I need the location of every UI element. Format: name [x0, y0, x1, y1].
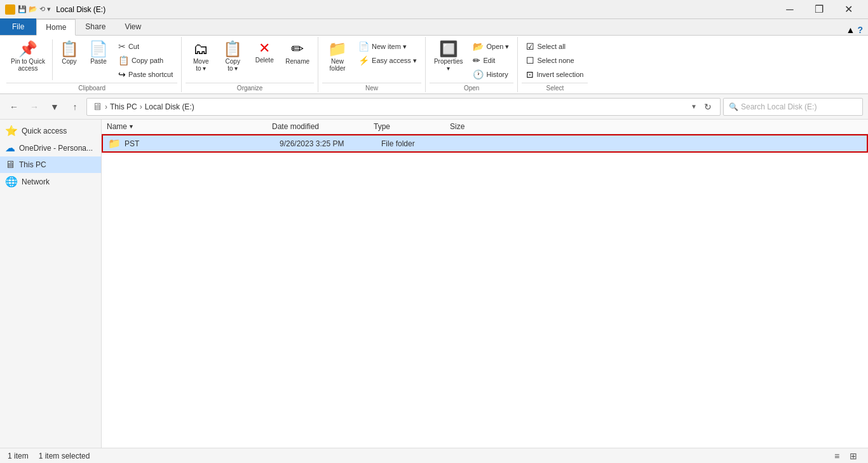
up-button[interactable]: ↑: [66, 98, 84, 116]
properties-label: Properties▾: [434, 58, 463, 72]
open-label: Open ▾: [486, 43, 509, 51]
column-date[interactable]: Date modified: [272, 122, 374, 131]
file-list-header: Name ▼ Date modified Type Size: [102, 120, 868, 134]
open-icon: 📂: [473, 41, 484, 52]
ribbon-group-open: 🔲 Properties▾ 📂 Open ▾ ✏ Edit 🕐 History …: [426, 37, 519, 92]
copy-to-button[interactable]: 📋 Copyto ▾: [217, 38, 248, 75]
select-all-label: Select all: [537, 43, 566, 50]
history-button[interactable]: 🕐 History: [468, 67, 513, 81]
copy-label: Copy: [62, 58, 76, 65]
pin-to-quick-access-button[interactable]: 📌 Pin to Quickaccess: [6, 38, 50, 75]
status-bar: 1 item 1 item selected ≡ ⊞: [0, 448, 868, 463]
search-placeholder: Search Local Disk (E:): [741, 102, 817, 111]
sidebar-item-onedrive[interactable]: ☁ OneDrive - Persona...: [0, 139, 101, 156]
ribbon-toolbar: 📌 Pin to Quickaccess 📋 Copy 📄 Paste ✂ Cu…: [0, 36, 868, 94]
sidebar-item-label-network: Network: [22, 177, 50, 186]
close-button[interactable]: ✕: [834, 0, 863, 19]
title-bar: 💾 📂 ⟲ ▾ Local Disk (E:) ─ ❐ ✕: [0, 0, 868, 19]
edit-button[interactable]: ✏ Edit: [468, 53, 513, 67]
paste-button[interactable]: 📄 Paste: [85, 38, 112, 68]
tab-file[interactable]: File: [0, 18, 36, 35]
recent-locations-button[interactable]: ▼: [46, 98, 64, 116]
sidebar: ⭐ Quick access ☁ OneDrive - Persona... 🖥…: [0, 120, 102, 448]
organize-label: Organize: [186, 83, 314, 92]
column-type-label: Type: [374, 122, 390, 131]
copy-path-button[interactable]: 📋 Copy path: [114, 53, 177, 67]
properties-button[interactable]: 🔲 Properties▾: [430, 38, 468, 75]
open-button[interactable]: 📂 Open ▾: [468, 39, 513, 53]
sidebar-item-quick-access[interactable]: ⭐ Quick access: [0, 122, 101, 139]
invert-selection-button[interactable]: ⊡ Invert selection: [522, 67, 588, 81]
move-to-button[interactable]: 🗂 Moveto ▾: [186, 38, 216, 75]
new-items: 📁 Newfolder 📄 New item ▾ ⚡ Easy access ▾: [322, 38, 421, 81]
quick-access-toolbar: 💾 📂 ⟲ ▾: [18, 5, 51, 13]
app-icon: [5, 4, 15, 15]
copy-to-icon: 📋: [223, 41, 242, 57]
open-small-buttons: 📂 Open ▾ ✏ Edit 🕐 History: [468, 39, 513, 81]
easy-access-button[interactable]: ⚡ Easy access ▾: [354, 53, 421, 67]
delete-button[interactable]: ✕ Delete: [249, 38, 280, 67]
address-this-pc[interactable]: This PC: [110, 102, 137, 111]
tab-share[interactable]: Share: [76, 18, 115, 35]
forward-button[interactable]: →: [25, 98, 43, 116]
minimize-button[interactable]: ─: [775, 0, 804, 19]
edit-label: Edit: [483, 57, 495, 64]
ribbon-right: ▲ ?: [841, 25, 868, 35]
new-folder-button[interactable]: 📁 Newfolder: [322, 38, 353, 75]
column-name[interactable]: Name ▼: [107, 122, 272, 131]
status-bar-right: ≡ ⊞: [830, 449, 860, 463]
select-label: Select: [522, 83, 588, 92]
sidebar-item-network[interactable]: 🌐 Network: [0, 173, 101, 190]
cut-icon: ✂: [118, 41, 126, 52]
clipboard-small-buttons: ✂ Cut 📋 Copy path ↪ Paste shortcut: [114, 39, 177, 81]
selected-count: 1 item selected: [39, 452, 90, 460]
tab-view[interactable]: View: [115, 18, 151, 35]
address-local-disk[interactable]: Local Disk (E:): [145, 102, 194, 111]
new-item-icon: 📄: [358, 41, 369, 52]
easy-access-label: Easy access ▾: [372, 57, 417, 65]
paste-label: Paste: [90, 58, 107, 65]
select-all-button[interactable]: ☑ Select all: [522, 39, 588, 53]
file-type-pst: File folder: [381, 139, 458, 148]
column-size[interactable]: Size: [450, 122, 501, 131]
address-sep2: ›: [140, 102, 142, 111]
address-dropdown-icon[interactable]: ▼: [691, 103, 697, 110]
help-button[interactable]: ?: [857, 25, 863, 35]
ribbon-group-select: ☑ Select all ☐ Select none ⊡ Invert sele…: [518, 37, 592, 92]
select-items: ☑ Select all ☐ Select none ⊡ Invert sele…: [522, 38, 588, 81]
select-small-buttons: ☑ Select all ☐ Select none ⊡ Invert sele…: [522, 39, 588, 81]
details-view-button[interactable]: ≡: [830, 449, 844, 463]
copy-path-icon: 📋: [118, 55, 129, 66]
cut-label: Cut: [128, 43, 139, 50]
file-row-pst[interactable]: 📁 PST 9/26/2023 3:25 PM File folder: [102, 134, 868, 153]
item-count: 1 item: [8, 452, 29, 460]
rename-button[interactable]: ✏ Rename: [281, 38, 314, 68]
paste-shortcut-icon: ↪: [118, 69, 126, 79]
collapse-ribbon-button[interactable]: ▲: [846, 25, 855, 35]
sidebar-item-this-pc[interactable]: 🖥 This PC: [0, 156, 101, 173]
rename-icon: ✏: [291, 41, 304, 57]
copy-button[interactable]: 📋 Copy: [55, 38, 83, 68]
address-bar[interactable]: 🖥 › This PC › Local Disk (E:) ▼ ↻: [86, 98, 721, 116]
restore-button[interactable]: ❐: [804, 0, 834, 19]
column-type[interactable]: Type: [374, 122, 450, 131]
file-list: Name ▼ Date modified Type Size 📁 PST 9/2…: [102, 120, 868, 448]
tab-home[interactable]: Home: [36, 19, 76, 36]
large-icons-view-button[interactable]: ⊞: [846, 449, 860, 463]
new-small-buttons: 📄 New item ▾ ⚡ Easy access ▾: [354, 39, 421, 67]
select-none-label: Select none: [537, 57, 574, 64]
this-pc-icon: 🖥: [5, 159, 15, 170]
easy-access-icon: ⚡: [358, 55, 369, 66]
search-box[interactable]: 🔍 Search Local Disk (E:): [723, 98, 863, 116]
column-size-label: Size: [450, 122, 465, 131]
window-title: Local Disk (E:): [56, 5, 105, 14]
new-item-button[interactable]: 📄 New item ▾: [354, 39, 421, 53]
refresh-button[interactable]: ↻: [701, 100, 715, 114]
onedrive-icon: ☁: [5, 142, 15, 154]
select-none-button[interactable]: ☐ Select none: [522, 53, 588, 67]
back-button[interactable]: ←: [5, 98, 23, 116]
move-to-label: Moveto ▾: [193, 58, 208, 72]
file-name-pst: PST: [125, 139, 280, 148]
paste-shortcut-button[interactable]: ↪ Paste shortcut: [114, 67, 177, 81]
cut-button[interactable]: ✂ Cut: [114, 39, 177, 53]
